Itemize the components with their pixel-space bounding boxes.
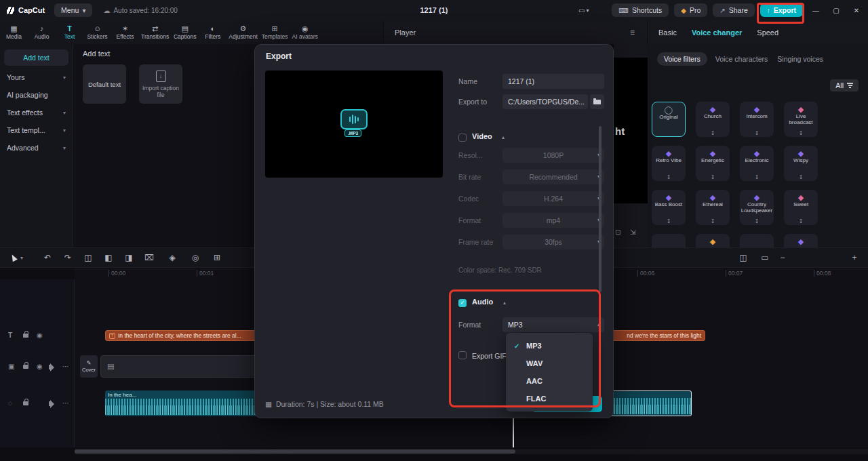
redo-icon[interactable]: ↷ [62, 253, 73, 262]
tab-speed[interactable]: Speed [757, 28, 778, 37]
tab-ai-avatars[interactable]: ◉AI avatars [290, 20, 320, 44]
lock-icon[interactable] [23, 401, 28, 405]
select-tool-icon[interactable] [9, 254, 18, 262]
folder-icon [593, 100, 601, 104]
tab-templates[interactable]: ⊞Templates [260, 20, 290, 44]
mute-icon[interactable] [49, 401, 52, 406]
sidebar-item-text-templates[interactable]: Text templ... ▾ [0, 121, 73, 139]
mute-icon[interactable] [49, 365, 52, 369]
lock-icon[interactable] [23, 334, 28, 338]
eye-icon[interactable]: ◉ [37, 332, 43, 339]
voice-card-partial[interactable] [652, 234, 686, 247]
shortcuts-button[interactable]: ⌨ Shortcuts [612, 3, 669, 17]
share-button[interactable]: ↗ Share [713, 3, 754, 17]
close-button[interactable]: ✕ [849, 7, 864, 14]
lock-icon[interactable] [23, 365, 28, 369]
split-icon[interactable]: ◫ [83, 253, 94, 262]
cover-button[interactable]: ✎ Cover [80, 355, 98, 378]
voice-card-bass-boost[interactable]: ◆ Bass Boost ↧ [652, 190, 686, 225]
tab-effects[interactable]: ✶Effects [111, 20, 139, 44]
panel-title: Add text [83, 49, 110, 58]
pro-button[interactable]: ◆ Pro [674, 3, 707, 17]
preview-axis-icon[interactable]: ▭ [760, 253, 770, 262]
export-preview: .MP3 [265, 71, 443, 178]
tab-adjustment[interactable]: ⚙Adjustment [226, 20, 260, 44]
download-icon: ↧ [711, 218, 715, 225]
keyframe-board-icon[interactable]: ⊞ [212, 253, 222, 262]
aspect-ratio-icon[interactable]: ⊡ [615, 228, 620, 236]
hscrollbar-thumb[interactable] [75, 449, 515, 454]
voice-card-original[interactable]: ◯ Original [652, 102, 686, 137]
video-checkbox[interactable] [458, 134, 467, 142]
voice-icon: ◆ [710, 193, 715, 201]
annotation-export-button [757, 3, 804, 24]
capcut-app: CapCut Menu ▾ ☁ Auto saved: 16:20:00 121… [0, 0, 868, 461]
minimize-button[interactable]: — [808, 7, 823, 14]
sidebar-item-advanced[interactable]: Advanced ▾ [0, 139, 73, 157]
video-preview: ht [614, 58, 648, 203]
default-text-card[interactable]: Default text [83, 64, 126, 104]
subtab-singing-voices[interactable]: Singing voices [776, 52, 825, 66]
voice-card-sweet[interactable]: ◆ Sweet ↧ [784, 190, 818, 225]
export-to-input[interactable]: C:/Users/TOPGUS/De... [502, 94, 588, 109]
dialog-scrollbar[interactable] [599, 126, 601, 292]
tab-media[interactable]: ▦Media [0, 20, 28, 44]
zoom-in-icon[interactable]: + [849, 253, 860, 262]
tab-filters[interactable]: ◐Filters [199, 20, 226, 44]
name-input[interactable]: 1217 (1) [502, 74, 604, 89]
voice-card-wispy[interactable]: ◆ Wispy ↧ [784, 146, 818, 181]
voice-card-retro-vibe[interactable]: ◆ Retro Vibe ↧ [652, 146, 686, 181]
timeline-hscrollbar[interactable] [75, 449, 868, 454]
display-mode-button[interactable]: ▭ ▾ [578, 7, 589, 14]
voice-card-partial[interactable]: ◆ [784, 234, 818, 247]
sidebar-item-ai-packaging[interactable]: AI packaging [0, 86, 73, 104]
sidebar-item-add-text[interactable]: Add text [4, 49, 68, 66]
voice-card-electronic[interactable]: ◆ Electronic ↧ [740, 146, 774, 181]
sidebar-item-yours[interactable]: Yours ▾ [0, 68, 73, 86]
voice-card-intercom[interactable]: ◆ Intercom ↧ [740, 102, 774, 137]
tab-stickers[interactable]: ☺Stickers [83, 20, 111, 44]
voice-card-partial[interactable] [740, 234, 774, 247]
default-text-label: Default text [88, 81, 121, 88]
voice-card-church[interactable]: ◆ Church ↧ [696, 102, 730, 137]
voice-card-country-loudspeaker[interactable]: ◆ Country Loudspeaker ↧ [740, 190, 774, 225]
voice-card-partial[interactable]: ◆ [696, 234, 730, 247]
tab-basic[interactable]: Basic [658, 28, 677, 37]
delete-left-icon[interactable]: ◧ [103, 253, 114, 262]
delete-right-icon[interactable]: ◨ [123, 253, 134, 262]
import-caption-card[interactable]: ↓ Import caption file [139, 64, 182, 104]
player-menu-icon[interactable]: ≡ [630, 28, 647, 37]
player-label: Player [384, 28, 416, 37]
fullscreen-icon[interactable]: ⇲ [630, 228, 635, 236]
codec-label: Codec [458, 195, 479, 203]
more-icon[interactable]: ⋯ [62, 363, 69, 370]
subtab-voice-filters[interactable]: Voice filters [657, 52, 707, 66]
tab-voice-changer[interactable]: Voice changer [692, 28, 742, 37]
filter-all-button[interactable]: All [830, 79, 859, 92]
voice-card-live-broadcast[interactable]: ◆ Live broadcast ↧ [784, 102, 818, 137]
tab-label: Templates [262, 33, 288, 40]
voice-card-energetic[interactable]: ◆ Energetic ↧ [696, 146, 730, 181]
zoom-out-icon[interactable]: − [777, 253, 788, 262]
browse-folder-button[interactable] [590, 94, 604, 109]
eye-icon[interactable]: ◉ [37, 363, 43, 370]
voice-card-ethereal[interactable]: ◆ Ethereal ↧ [696, 190, 730, 225]
select-tool-caret-icon[interactable]: ▾ [20, 255, 23, 261]
tab-transitions[interactable]: ⇄Transitions [139, 20, 171, 44]
sidebar-item-text-effects[interactable]: Text effects ▾ [0, 104, 73, 121]
tab-text[interactable]: TText [56, 20, 83, 44]
transitions-icon: ⇄ [152, 24, 158, 33]
maximize-button[interactable]: ▢ [829, 7, 844, 14]
caret-up-icon[interactable]: ▴ [502, 134, 505, 140]
filter-icon [847, 83, 853, 88]
delete-icon[interactable]: ⌧ [144, 253, 155, 262]
download-icon: ↧ [667, 174, 671, 181]
split-view-icon[interactable]: ◫ [738, 253, 749, 262]
tab-captions[interactable]: ▤Captions [171, 20, 199, 44]
undo-icon[interactable]: ↶ [42, 253, 53, 262]
stabilize-icon[interactable]: ◎ [190, 253, 201, 262]
mask-icon[interactable]: ◈ [167, 253, 178, 262]
tab-audio[interactable]: ♪Audio [28, 20, 56, 44]
subtab-voice-characters[interactable]: Voice characters [714, 52, 770, 66]
more-icon[interactable]: ⋯ [62, 400, 69, 407]
